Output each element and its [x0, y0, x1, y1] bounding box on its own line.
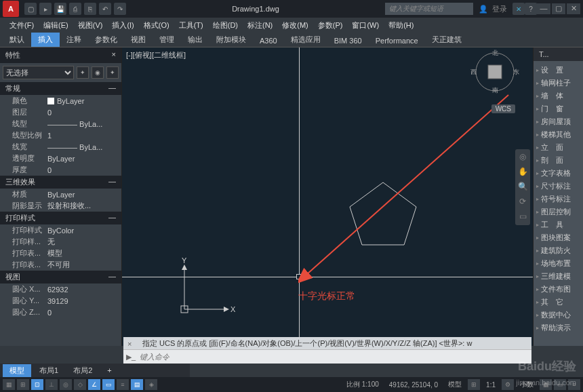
palette-item[interactable]: 工 具 — [534, 218, 583, 231]
ortho-icon[interactable]: ⊥ — [45, 379, 58, 390]
palette-item[interactable]: 立 面 — [534, 141, 583, 154]
palette-item[interactable]: 文字表格 — [534, 167, 583, 180]
model-icon[interactable]: ▦ — [3, 379, 15, 390]
palette-tab[interactable]: T... — [534, 47, 583, 61]
properties-header[interactable]: 特性× — [0, 47, 121, 63]
wheel-icon[interactable]: ◎ — [517, 152, 528, 163]
prop-row[interactable]: 打印表...不可用 — [0, 259, 121, 271]
palette-item[interactable]: 帮助演示 — [534, 321, 583, 334]
palette-item[interactable]: 符号标注 — [534, 193, 583, 205]
ribbon-tab[interactable]: 默认 — [3, 33, 31, 47]
menu-item[interactable]: 视图(V) — [74, 19, 107, 32]
palette-item[interactable]: 轴网柱子 — [534, 77, 583, 90]
prop-row[interactable]: 圆心 X...62932 — [0, 283, 121, 295]
grid-icon[interactable]: ⊞ — [17, 379, 29, 390]
lwt-icon[interactable]: ≡ — [117, 379, 129, 390]
menu-item[interactable]: 帮助(H) — [384, 19, 418, 32]
palette-item[interactable]: 剖 面 — [534, 154, 583, 167]
sc-icon[interactable]: ◈ — [145, 379, 157, 390]
menu-item[interactable]: 编辑(E) — [39, 19, 73, 32]
scale-display[interactable]: 比例 1:100 — [342, 378, 383, 391]
qat-saveas-icon[interactable]: ⎙ — [69, 3, 81, 15]
prop-row[interactable]: 打印样式ByColor — [0, 224, 121, 236]
exchange-icon[interactable]: ✕ — [512, 3, 525, 15]
search-input[interactable]: 键入关键字或短语 — [385, 3, 473, 15]
prop-row[interactable]: 线型———— ByLa... — [0, 118, 121, 130]
qat-print-icon[interactable]: ⎘ — [84, 3, 96, 15]
wcs-badge[interactable]: WCS — [491, 104, 515, 113]
space-button[interactable]: 模型 — [444, 378, 466, 391]
qp-icon[interactable]: ▤ — [131, 379, 143, 390]
polar-icon[interactable]: ◎ — [60, 379, 72, 390]
palette-item[interactable]: 房间屋顶 — [534, 115, 583, 128]
qat-new-icon[interactable]: ▢ — [24, 3, 37, 15]
palette-item[interactable]: 数据中心 — [534, 309, 583, 321]
dyn-icon[interactable]: ▭ — [102, 379, 115, 390]
prop-row[interactable]: 颜色ByLayer — [0, 95, 121, 106]
prop-row[interactable]: 图层0 — [0, 106, 121, 118]
palette-item[interactable]: 设 置 — [534, 64, 583, 77]
custom-icon[interactable]: ≡ — [568, 379, 580, 390]
ribbon-tab[interactable]: A360 — [253, 35, 284, 47]
ribbon-tab[interactable]: 插入 — [31, 33, 60, 47]
gear-icon[interactable]: ⚙ — [502, 379, 514, 390]
menu-item[interactable]: 标注(N) — [243, 19, 277, 32]
clean-icon[interactable]: ▭ — [554, 379, 566, 390]
ribbon-tab[interactable]: 视图 — [124, 33, 153, 47]
palette-item[interactable]: 图块图案 — [534, 231, 583, 244]
close-button[interactable]: ✕ — [567, 3, 580, 14]
sb-more-icon[interactable]: ⊞ — [468, 379, 480, 390]
palette-item[interactable]: 门 窗 — [534, 102, 583, 115]
orbit-icon[interactable]: ⟳ — [517, 197, 528, 208]
zoom-icon[interactable]: 🔍 — [517, 182, 528, 193]
layout-tab[interactable]: 布局1 — [33, 364, 65, 377]
snap-icon[interactable]: ⊡ — [31, 379, 43, 390]
prop-row[interactable]: 材质ByLayer — [0, 189, 121, 200]
prop-group-header[interactable]: 三维效果— — [0, 176, 121, 189]
iso-icon[interactable]: ▦ — [540, 379, 552, 390]
viewport-label[interactable]: [-][俯视][二维线框] — [126, 50, 186, 60]
prop-row[interactable]: 线宽———— ByLa... — [0, 141, 121, 153]
view-cube[interactable]: 北 南 东 西 — [475, 52, 515, 92]
qat-open-icon[interactable]: ▸ — [39, 3, 52, 15]
ribbon-tab[interactable]: 管理 — [153, 33, 181, 47]
ribbon-tab[interactable]: 输出 — [181, 33, 209, 47]
ribbon-tab[interactable]: 精选应用 — [284, 33, 327, 47]
menu-item[interactable]: 参数(P) — [314, 19, 347, 32]
ribbon-tab[interactable]: 参数化 — [88, 33, 124, 47]
scale2[interactable]: 1:1 — [482, 380, 500, 390]
prop-row[interactable]: 透明度ByLayer — [0, 153, 121, 164]
menu-item[interactable]: 文件(F) — [5, 19, 38, 32]
prop-row[interactable]: 圆心 Y...39129 — [0, 295, 121, 307]
qat-redo-icon[interactable]: ↷ — [114, 3, 126, 15]
prop-group-header[interactable]: 常规— — [0, 82, 121, 95]
palette-item[interactable]: 尺寸标注 — [534, 180, 583, 193]
command-line[interactable]: × 指定 UCS 的原点或 [面(F)/命名(NA)/对象(OB)/上一个(P)… — [123, 337, 531, 364]
menu-item[interactable]: 格式(O) — [140, 19, 174, 32]
menu-item[interactable]: 绘图(D) — [209, 19, 242, 32]
pan-icon[interactable]: ✋ — [517, 167, 528, 178]
ribbon-tab[interactable]: Performance — [369, 35, 425, 47]
prop-group-header[interactable]: 打印样式— — [0, 212, 121, 224]
palette-item[interactable]: 图层控制 — [534, 205, 583, 218]
close-icon[interactable]: × — [112, 50, 116, 60]
menu-item[interactable]: 工具(T) — [175, 19, 207, 32]
showmotion-icon[interactable]: ▭ — [517, 212, 528, 222]
osnap-icon[interactable]: ◇ — [74, 379, 86, 390]
help-icon[interactable]: ? — [525, 3, 537, 15]
layout-tab[interactable]: + — [100, 365, 118, 376]
palette-item[interactable]: 其 它 — [534, 296, 583, 309]
user-area[interactable]: 👤 登录 — [479, 4, 507, 14]
prop-row[interactable]: 厚度0 — [0, 164, 121, 176]
menu-item[interactable]: 窗口(W) — [348, 19, 383, 32]
prop-row[interactable]: 阴影显示投射和接收... — [0, 200, 121, 212]
prop-group-header[interactable]: 视图— — [0, 271, 121, 283]
palette-item[interactable]: 文件布图 — [534, 283, 583, 296]
prop-row[interactable]: 打印表...模型 — [0, 248, 121, 259]
maximize-button[interactable]: ▢ — [552, 3, 565, 14]
menu-item[interactable]: 插入(I) — [108, 19, 138, 32]
quickselect-icon[interactable]: ✦ — [77, 66, 89, 79]
layout-tab[interactable]: 模型 — [3, 364, 31, 377]
select-icon[interactable]: ◉ — [92, 66, 104, 79]
qat-undo-icon[interactable]: ↶ — [99, 3, 111, 15]
